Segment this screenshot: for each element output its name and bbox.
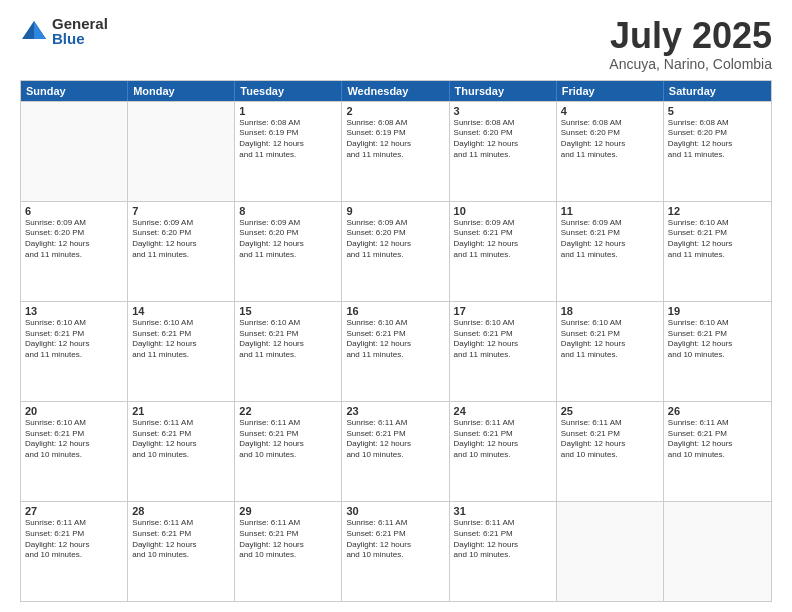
day-info: Sunrise: 6:11 AM Sunset: 6:21 PM Dayligh… [132,518,230,561]
page: General Blue July 2025 Ancuya, Narino, C… [0,0,792,612]
day-number: 4 [561,105,659,117]
day-number: 18 [561,305,659,317]
day-number: 2 [346,105,444,117]
location: Ancuya, Narino, Colombia [609,56,772,72]
header-day-saturday: Saturday [664,81,771,101]
calendar-cell: 21Sunrise: 6:11 AM Sunset: 6:21 PM Dayli… [128,402,235,501]
calendar-cell: 12Sunrise: 6:10 AM Sunset: 6:21 PM Dayli… [664,202,771,301]
day-info: Sunrise: 6:10 AM Sunset: 6:21 PM Dayligh… [132,318,230,361]
day-info: Sunrise: 6:09 AM Sunset: 6:20 PM Dayligh… [239,218,337,261]
header-day-wednesday: Wednesday [342,81,449,101]
calendar: SundayMondayTuesdayWednesdayThursdayFrid… [20,80,772,602]
calendar-cell: 30Sunrise: 6:11 AM Sunset: 6:21 PM Dayli… [342,502,449,601]
day-info: Sunrise: 6:09 AM Sunset: 6:20 PM Dayligh… [132,218,230,261]
logo-general: General [52,16,108,31]
calendar-cell: 15Sunrise: 6:10 AM Sunset: 6:21 PM Dayli… [235,302,342,401]
calendar-row-3: 13Sunrise: 6:10 AM Sunset: 6:21 PM Dayli… [21,301,771,401]
day-number: 6 [25,205,123,217]
calendar-cell: 6Sunrise: 6:09 AM Sunset: 6:20 PM Daylig… [21,202,128,301]
day-number: 11 [561,205,659,217]
day-number: 5 [668,105,767,117]
header-day-tuesday: Tuesday [235,81,342,101]
day-number: 7 [132,205,230,217]
day-number: 1 [239,105,337,117]
day-number: 17 [454,305,552,317]
logo-blue: Blue [52,31,108,46]
day-number: 8 [239,205,337,217]
calendar-cell: 19Sunrise: 6:10 AM Sunset: 6:21 PM Dayli… [664,302,771,401]
day-number: 9 [346,205,444,217]
calendar-row-5: 27Sunrise: 6:11 AM Sunset: 6:21 PM Dayli… [21,501,771,601]
calendar-cell: 23Sunrise: 6:11 AM Sunset: 6:21 PM Dayli… [342,402,449,501]
logo-text: General Blue [52,16,108,46]
day-info: Sunrise: 6:11 AM Sunset: 6:21 PM Dayligh… [454,418,552,461]
day-number: 13 [25,305,123,317]
day-number: 12 [668,205,767,217]
calendar-cell [21,102,128,201]
calendar-row-2: 6Sunrise: 6:09 AM Sunset: 6:20 PM Daylig… [21,201,771,301]
day-info: Sunrise: 6:10 AM Sunset: 6:21 PM Dayligh… [668,318,767,361]
day-info: Sunrise: 6:08 AM Sunset: 6:19 PM Dayligh… [346,118,444,161]
header-day-sunday: Sunday [21,81,128,101]
day-info: Sunrise: 6:08 AM Sunset: 6:20 PM Dayligh… [454,118,552,161]
calendar-cell: 17Sunrise: 6:10 AM Sunset: 6:21 PM Dayli… [450,302,557,401]
calendar-cell: 2Sunrise: 6:08 AM Sunset: 6:19 PM Daylig… [342,102,449,201]
calendar-cell: 9Sunrise: 6:09 AM Sunset: 6:20 PM Daylig… [342,202,449,301]
day-number: 28 [132,505,230,517]
calendar-cell: 22Sunrise: 6:11 AM Sunset: 6:21 PM Dayli… [235,402,342,501]
day-number: 23 [346,405,444,417]
header-day-monday: Monday [128,81,235,101]
day-number: 30 [346,505,444,517]
day-info: Sunrise: 6:11 AM Sunset: 6:21 PM Dayligh… [561,418,659,461]
header-day-thursday: Thursday [450,81,557,101]
day-number: 24 [454,405,552,417]
calendar-cell: 25Sunrise: 6:11 AM Sunset: 6:21 PM Dayli… [557,402,664,501]
calendar-cell: 7Sunrise: 6:09 AM Sunset: 6:20 PM Daylig… [128,202,235,301]
calendar-cell: 16Sunrise: 6:10 AM Sunset: 6:21 PM Dayli… [342,302,449,401]
calendar-cell: 28Sunrise: 6:11 AM Sunset: 6:21 PM Dayli… [128,502,235,601]
header: General Blue July 2025 Ancuya, Narino, C… [20,16,772,72]
calendar-cell: 29Sunrise: 6:11 AM Sunset: 6:21 PM Dayli… [235,502,342,601]
day-info: Sunrise: 6:11 AM Sunset: 6:21 PM Dayligh… [346,518,444,561]
day-number: 16 [346,305,444,317]
calendar-cell: 8Sunrise: 6:09 AM Sunset: 6:20 PM Daylig… [235,202,342,301]
day-info: Sunrise: 6:10 AM Sunset: 6:21 PM Dayligh… [25,418,123,461]
day-info: Sunrise: 6:08 AM Sunset: 6:19 PM Dayligh… [239,118,337,161]
day-number: 25 [561,405,659,417]
day-number: 21 [132,405,230,417]
calendar-cell: 20Sunrise: 6:10 AM Sunset: 6:21 PM Dayli… [21,402,128,501]
day-info: Sunrise: 6:11 AM Sunset: 6:21 PM Dayligh… [346,418,444,461]
calendar-cell [128,102,235,201]
day-number: 19 [668,305,767,317]
calendar-cell: 3Sunrise: 6:08 AM Sunset: 6:20 PM Daylig… [450,102,557,201]
calendar-header: SundayMondayTuesdayWednesdayThursdayFrid… [21,81,771,101]
calendar-cell: 4Sunrise: 6:08 AM Sunset: 6:20 PM Daylig… [557,102,664,201]
calendar-row-4: 20Sunrise: 6:10 AM Sunset: 6:21 PM Dayli… [21,401,771,501]
calendar-cell: 13Sunrise: 6:10 AM Sunset: 6:21 PM Dayli… [21,302,128,401]
day-info: Sunrise: 6:11 AM Sunset: 6:21 PM Dayligh… [239,518,337,561]
day-number: 26 [668,405,767,417]
day-number: 31 [454,505,552,517]
day-info: Sunrise: 6:10 AM Sunset: 6:21 PM Dayligh… [25,318,123,361]
day-info: Sunrise: 6:10 AM Sunset: 6:21 PM Dayligh… [346,318,444,361]
day-info: Sunrise: 6:09 AM Sunset: 6:20 PM Dayligh… [25,218,123,261]
calendar-cell: 24Sunrise: 6:11 AM Sunset: 6:21 PM Dayli… [450,402,557,501]
day-info: Sunrise: 6:08 AM Sunset: 6:20 PM Dayligh… [561,118,659,161]
calendar-cell: 27Sunrise: 6:11 AM Sunset: 6:21 PM Dayli… [21,502,128,601]
day-info: Sunrise: 6:09 AM Sunset: 6:21 PM Dayligh… [561,218,659,261]
day-info: Sunrise: 6:10 AM Sunset: 6:21 PM Dayligh… [454,318,552,361]
day-info: Sunrise: 6:11 AM Sunset: 6:21 PM Dayligh… [454,518,552,561]
day-info: Sunrise: 6:09 AM Sunset: 6:21 PM Dayligh… [454,218,552,261]
day-number: 15 [239,305,337,317]
day-info: Sunrise: 6:08 AM Sunset: 6:20 PM Dayligh… [668,118,767,161]
header-day-friday: Friday [557,81,664,101]
calendar-cell: 18Sunrise: 6:10 AM Sunset: 6:21 PM Dayli… [557,302,664,401]
day-info: Sunrise: 6:11 AM Sunset: 6:21 PM Dayligh… [239,418,337,461]
day-info: Sunrise: 6:09 AM Sunset: 6:20 PM Dayligh… [346,218,444,261]
day-info: Sunrise: 6:11 AM Sunset: 6:21 PM Dayligh… [25,518,123,561]
calendar-cell [664,502,771,601]
day-info: Sunrise: 6:10 AM Sunset: 6:21 PM Dayligh… [561,318,659,361]
day-info: Sunrise: 6:10 AM Sunset: 6:21 PM Dayligh… [668,218,767,261]
day-number: 20 [25,405,123,417]
calendar-cell: 31Sunrise: 6:11 AM Sunset: 6:21 PM Dayli… [450,502,557,601]
